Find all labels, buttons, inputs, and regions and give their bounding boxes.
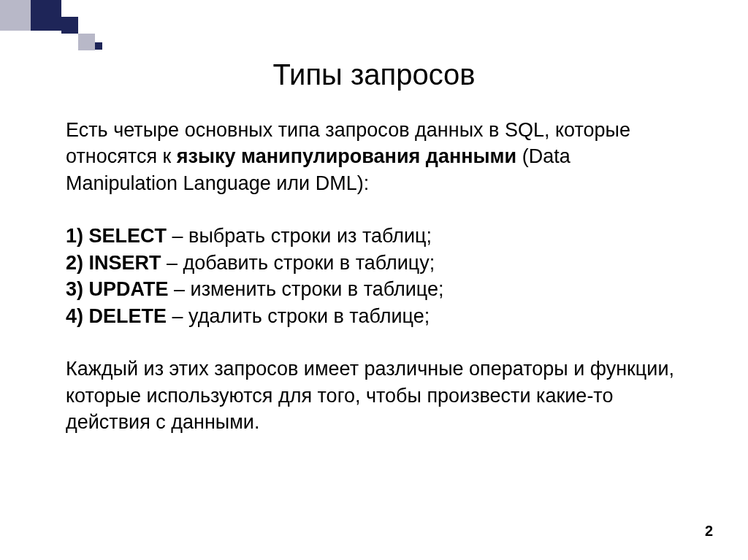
item-number: 1) [66,225,89,247]
item-number: 4) [66,305,89,327]
item-term: INSERT [89,252,161,274]
slide-content: Типы запросов Есть четыре основных типа … [0,0,748,491]
item-term: SELECT [89,225,167,247]
page-number: 2 [705,523,713,540]
slide-title: Типы запросов [66,58,682,91]
item-desc: – выбрать строки из таблиц; [167,225,432,247]
list-item: 1) SELECT – выбрать строки из таблиц; [66,223,682,249]
content-body: Есть четыре основных типа запросов данны… [66,117,682,435]
item-desc: – добавить строки в таблицу; [161,252,435,274]
list-item: 3) UPDATE – изменить строки в таблице; [66,276,682,302]
list-item: 4) DELETE – удалить строки в таблице; [66,303,682,329]
item-desc: – изменить строки в таблице; [169,278,444,300]
item-number: 2) [66,252,89,274]
decor-square-dark-small [95,42,102,50]
query-types-list: 1) SELECT – выбрать строки из таблиц; 2)… [66,223,682,329]
list-item: 2) INSERT – добавить строки в таблицу; [66,250,682,276]
intro-paragraph: Есть четыре основных типа запросов данны… [66,117,682,196]
item-number: 3) [66,278,89,300]
item-term: UPDATE [89,278,169,300]
closing-paragraph: Каждый из этих запросов имеет различные … [66,356,682,435]
decor-square-dark-large [31,0,61,31]
decor-square-light-medium [78,34,95,50]
item-desc: – удалить строки в таблице; [167,305,430,327]
intro-bold: языку манипулирования данными [177,145,516,167]
decor-square-dark-medium [61,17,78,34]
decor-square-light-large [0,0,31,31]
item-term: DELETE [89,305,167,327]
